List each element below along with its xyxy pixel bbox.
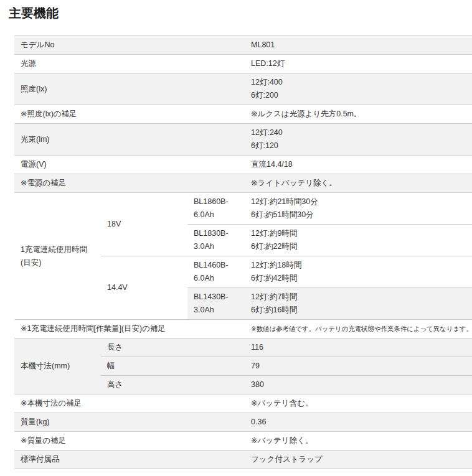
table-row-model: モデルNo ML801 [14,36,472,55]
spec-value: 12灯:240 6灯:120 [245,124,472,156]
battery-name-line: 3.0Ah [194,240,238,253]
spec-value-line: 12灯:240 [251,126,466,139]
spec-value: ※バッテリ含む。 [245,394,472,413]
spec-value: ML801 [245,36,472,55]
spec-label: 標準付属品 [14,450,245,469]
battery-cell: BL1430B- 3.0Ah [187,288,245,320]
table-row-illuminance-note: ※照度(lx)の補足 ※ルクスは光源より先方0.5m。 [14,105,472,124]
voltage-cell: 14.4V [101,256,187,320]
spec-value: LED:12灯 [245,55,472,73]
battery-name-line: BL1430B- [194,291,238,304]
spec-value: ※ルクスは光源より先方0.5m。 [245,105,472,124]
spec-label: 光源 [14,55,245,73]
table-row-illuminance: 照度(lx) 12灯:400 6灯:200 [14,73,472,105]
dimension-value: 116 [245,338,472,357]
spec-value: 直流14.4/18 [245,156,472,174]
spec-label: 照度(lx) [14,73,245,105]
spec-value-line: 6灯:200 [251,89,466,102]
runtime-line: 6灯:約22時間 [251,240,466,253]
table-row-battery-runtime: 1充電連続使用時間(目安) 18V BL1860B- 6.0Ah 12灯:約21… [14,193,472,225]
spec-value: ※数値は参考値です。バッテリの充電状態や作業条件によって異なります。 [245,320,472,338]
table-row-runtime-note: ※1充電連続使用時間[作業量](目安)の補足 ※数値は参考値です。バッテリの充電… [14,320,472,338]
battery-name-line: BL1830B- [194,227,238,240]
dimension-value: 380 [245,376,472,394]
battery-name-line: BL1860B- [194,195,238,208]
runtime-cell: 12灯:約21時間30分 6灯:約51時間30分 [245,193,472,225]
table-row-dimensions: 本機寸法(mm) 長さ 116 [14,338,472,357]
battery-name-line: 6.0Ah [194,272,238,285]
runtime-line: 12灯:約7時間 [251,291,466,304]
spec-value: ※バッテリ除く。 [245,432,472,450]
spec-value-line: 12灯:400 [251,76,466,89]
spec-label: ※質量の補足 [14,432,245,450]
spec-label: ※照度(lx)の補足 [14,105,245,124]
runtime-line: 6灯:約42時間 [251,272,466,285]
page-title: 主要機能 [9,6,472,21]
runtime-line: 12灯:約9時間 [251,227,466,240]
runtime-line: 6灯:約51時間30分 [251,208,466,222]
table-row-weight-note: ※質量の補足 ※バッテリ除く。 [14,432,472,450]
battery-cell: BL1460B- 6.0Ah [187,256,245,288]
spec-value: ※ライトバッテリ除く。 [245,174,472,193]
spec-label: 質量(kg) [14,413,245,432]
dimension-name: 幅 [101,357,245,376]
spec-label: 光束(lm) [14,124,245,156]
battery-cell: BL1830B- 3.0Ah [187,225,245,256]
battery-name-line: BL1460B- [194,259,238,272]
runtime-cell: 12灯:約7時間 6灯:約16時間 [245,288,472,320]
spec-label: ※1充電連続使用時間[作業量](目安)の補足 [14,320,245,338]
table-row-luminous-flux: 光束(lm) 12灯:240 6灯:120 [14,124,472,156]
battery-cell: BL1860B- 6.0Ah [187,193,245,225]
table-row-power-note: ※電源の補足 ※ライトバッテリ除く。 [14,174,472,193]
spec-label: ※本機寸法の補足 [14,394,245,413]
runtime-cell: 12灯:約9時間 6灯:約22時間 [245,225,472,256]
voltage-cell: 18V [101,193,187,256]
spec-value: 12灯:400 6灯:200 [245,73,472,105]
dimension-name: 高さ [101,376,245,394]
spec-value: フック付ストラップ [245,450,472,469]
spec-table: モデルNo ML801 光源 LED:12灯 照度(lx) 12灯:400 6灯… [14,35,472,469]
spec-label: 電源(V) [14,156,245,174]
spec-label: ※電源の補足 [14,174,245,193]
runtime-cell: 12灯:約18時間 6灯:約42時間 [245,256,472,288]
spec-label: 1充電連続使用時間(目安) [14,193,101,320]
spec-value-line: 6灯:120 [251,139,466,152]
spec-label: 本機寸法(mm) [14,338,101,394]
runtime-line: 12灯:約21時間30分 [251,195,466,208]
battery-name-line: 3.0Ah [194,304,238,317]
table-row-accessories: 標準付属品 フック付ストラップ [14,450,472,469]
table-row-power: 電源(V) 直流14.4/18 [14,156,472,174]
spec-value: 0.36 [245,413,472,432]
table-row-light-source: 光源 LED:12灯 [14,55,472,73]
runtime-line: 6灯:約16時間 [251,304,466,317]
runtime-line: 12灯:約18時間 [251,259,466,272]
table-row-weight: 質量(kg) 0.36 [14,413,472,432]
battery-name-line: 6.0Ah [194,208,238,222]
spec-label: モデルNo [14,36,245,55]
table-row-dimensions-note: ※本機寸法の補足 ※バッテリ含む。 [14,394,472,413]
dimension-value: 79 [245,357,472,376]
dimension-name: 長さ [101,338,245,357]
